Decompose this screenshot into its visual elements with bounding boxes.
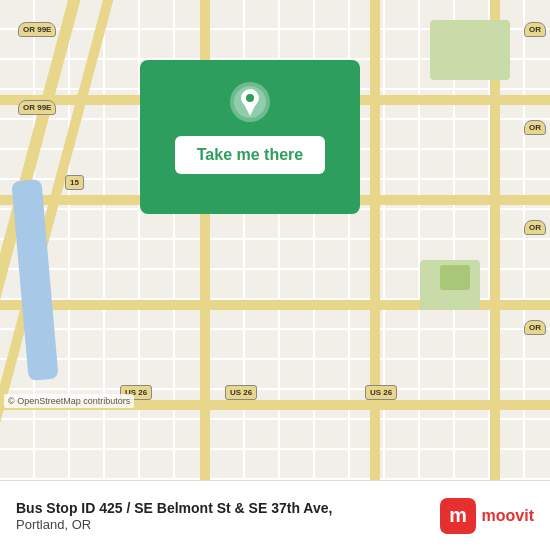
bottom-info-bar: Bus Stop ID 425 / SE Belmont St & SE 37t… xyxy=(0,480,550,550)
shield-or-right-1: OR xyxy=(524,22,546,37)
svg-point-4 xyxy=(246,94,254,102)
moovit-brand-text: moovit xyxy=(482,507,534,525)
shield-or-right-4: OR xyxy=(524,320,546,335)
shield-or99e-1: OR 99E xyxy=(18,22,56,37)
take-me-there-button[interactable]: Take me there xyxy=(175,136,325,174)
shield-us26-2: US 26 xyxy=(225,385,257,400)
major-road-v2 xyxy=(370,0,380,480)
location-pin-icon xyxy=(228,80,272,124)
shield-or-right-3: OR xyxy=(524,220,546,235)
svg-text:m: m xyxy=(449,504,467,526)
location-subtitle: Portland, OR xyxy=(16,517,440,532)
location-info: Bus Stop ID 425 / SE Belmont St & SE 37t… xyxy=(16,499,440,532)
shield-us26-3: US 26 xyxy=(365,385,397,400)
location-title: Bus Stop ID 425 / SE Belmont St & SE 37t… xyxy=(16,499,440,517)
map-view: OR 99E OR 99E 15 US 26 US 26 US 26 OR OR… xyxy=(0,0,550,480)
moovit-logo: m moovit xyxy=(440,498,534,534)
osm-credit: © OpenStreetMap contributors xyxy=(4,394,134,408)
park-area-3 xyxy=(440,265,470,290)
park-area-1 xyxy=(430,20,510,80)
moovit-logo-icon: m xyxy=(440,498,476,534)
shield-or99e-2: OR 99E xyxy=(18,100,56,115)
location-popup: Take me there xyxy=(140,60,360,214)
shield-i15: 15 xyxy=(65,175,84,190)
shield-or-right-2: OR xyxy=(524,120,546,135)
